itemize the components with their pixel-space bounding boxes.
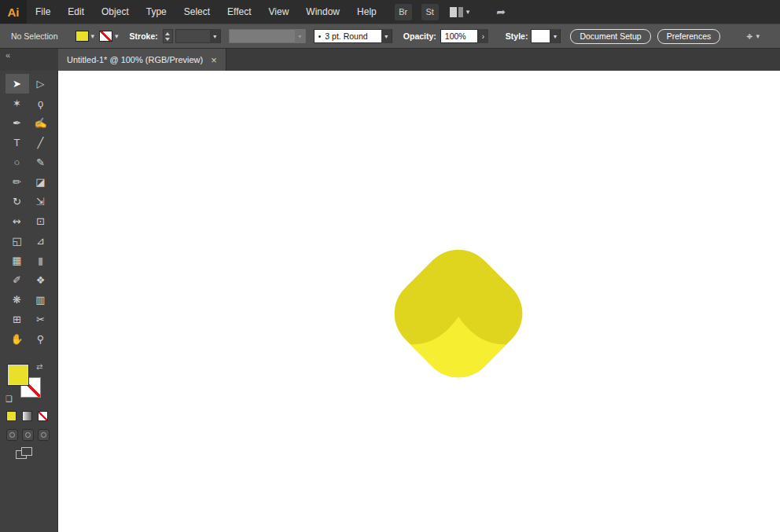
align-options-button[interactable]: ⌖ ▾ [747, 30, 760, 43]
chevron-down-icon: ▾ [91, 32, 95, 40]
selection-tool[interactable]: ➤ [6, 74, 29, 94]
stepper-up-icon [165, 32, 170, 35]
bridge-icon[interactable]: Br [395, 4, 412, 20]
artboard-canvas[interactable] [58, 71, 780, 532]
chevron-down-icon: ▾ [381, 29, 392, 43]
chevron-down-icon: ▾ [295, 29, 305, 43]
style-label: Style: [506, 31, 528, 41]
document-setup-button[interactable]: Document Setup [570, 29, 650, 44]
default-fill-stroke-icon[interactable]: ❑ [6, 394, 13, 403]
draw-normal-button[interactable] [6, 429, 18, 441]
paintbrush-tool[interactable]: ✎ [29, 152, 53, 172]
preferences-button[interactable]: Preferences [657, 29, 721, 44]
stroke-weight-select[interactable]: ▾ [175, 29, 221, 43]
chevron-down-icon: ▾ [466, 8, 470, 16]
illustrator-window: Ai File Edit Object Type Select Effect V… [0, 0, 780, 532]
color-mode-button[interactable] [6, 411, 17, 421]
gradient-tool[interactable]: ▮ [29, 251, 53, 270]
column-graph-tool[interactable]: ▥ [29, 290, 53, 310]
opacity-input[interactable]: 100% [440, 29, 478, 43]
menu-view[interactable]: View [260, 0, 298, 24]
variable-width-profile-select[interactable]: • 3 pt. Round ▾ [314, 29, 392, 43]
main-area: ➤ ▷ ✶ ϙ ✒ ✍ T ╱ ○ ✎ ✏ ◪ ↻ ⇲ ↭ ⊡ ◱ ⊿ ▦ ▮ [0, 71, 780, 532]
free-transform-tool[interactable]: ⊡ [29, 211, 53, 231]
control-bar: No Selection ▾ ▾ Stroke: ▾ ▾ • 3 pt. Rou… [0, 24, 780, 49]
app-logo: Ai [0, 0, 27, 24]
collapse-panel-button[interactable]: « [0, 49, 58, 71]
brush-definition-select[interactable]: ▾ [229, 29, 306, 43]
arrange-documents-icon [450, 7, 463, 17]
type-tool[interactable]: T [6, 133, 29, 152]
curvature-tool[interactable]: ✍ [29, 113, 53, 133]
gradient-mode-button[interactable] [22, 411, 32, 421]
chevron-down-icon: ▾ [756, 32, 760, 40]
document-tab-bar: « Untitled-1* @ 100% (RGB/Preview) × [0, 49, 780, 71]
variable-width-profile-value: 3 pt. Round [321, 31, 381, 41]
draw-behind-icon [25, 432, 31, 438]
menu-select[interactable]: Select [175, 0, 219, 24]
fill-color-proxy[interactable] [8, 365, 28, 385]
swap-fill-stroke-icon[interactable]: ⇄ [36, 362, 42, 371]
chevron-down-icon: ▾ [210, 29, 220, 43]
pen-tool[interactable]: ✒ [6, 113, 29, 133]
opacity-panel-arrow[interactable]: › [478, 29, 488, 43]
draw-inside-button[interactable] [38, 429, 50, 441]
draw-normal-icon [9, 432, 15, 438]
arrange-documents-button[interactable]: ▾ [450, 7, 470, 17]
selection-status: No Selection [11, 31, 58, 41]
document-tab-title: Untitled-1* @ 100% (RGB/Preview) [67, 55, 203, 64]
screen-mode-button[interactable] [16, 447, 35, 461]
share-icon[interactable]: ➦ [496, 6, 506, 18]
line-segment-tool[interactable]: ╱ [29, 133, 53, 152]
document-tab[interactable]: Untitled-1* @ 100% (RGB/Preview) × [58, 49, 226, 71]
chevron-down-icon: ▾ [115, 32, 119, 40]
none-mode-button[interactable] [38, 411, 48, 421]
menu-file[interactable]: File [27, 0, 59, 24]
scale-tool[interactable]: ⇲ [29, 192, 53, 211]
eraser-tool[interactable]: ◪ [29, 172, 53, 192]
shape-builder-tool[interactable]: ◱ [6, 231, 29, 251]
blend-tool[interactable]: ❖ [29, 270, 53, 290]
menu-window[interactable]: Window [297, 0, 348, 24]
draw-behind-button[interactable] [22, 429, 34, 441]
mesh-tool[interactable]: ▦ [6, 251, 29, 270]
direct-selection-tool[interactable]: ▷ [29, 74, 53, 94]
chevron-right-icon: › [482, 32, 484, 41]
slice-tool[interactable]: ✂ [29, 310, 53, 329]
zoom-tool[interactable]: ⚲ [29, 329, 53, 349]
align-icon: ⌖ [747, 30, 753, 43]
ellipse-tool[interactable]: ○ [6, 152, 29, 172]
chevron-down-icon: ▾ [550, 29, 560, 43]
fill-swatch [75, 31, 89, 42]
opacity-label: Opacity: [403, 31, 436, 41]
close-icon[interactable]: × [211, 55, 217, 65]
stroke-color-picker[interactable]: ▾ [99, 29, 119, 43]
stroke-weight-stepper[interactable] [163, 29, 173, 43]
stepper-down-icon [165, 38, 170, 41]
fill-color-picker[interactable]: ▾ [75, 29, 95, 43]
menu-effect[interactable]: Effect [219, 0, 259, 24]
width-tool[interactable]: ↭ [6, 211, 29, 231]
menu-type[interactable]: Type [138, 0, 175, 24]
hand-tool[interactable]: ✋ [6, 329, 29, 349]
stroke-none-swatch [99, 31, 112, 42]
magic-wand-tool[interactable]: ✶ [6, 94, 29, 113]
rotate-tool[interactable]: ↻ [6, 192, 29, 211]
menu-object[interactable]: Object [93, 0, 138, 24]
eyedropper-tool[interactable]: ✐ [6, 270, 29, 290]
pencil-tool[interactable]: ✏ [6, 172, 29, 192]
screen-mode-icon [21, 447, 32, 456]
menu-edit[interactable]: Edit [59, 0, 93, 24]
stock-icon[interactable]: St [421, 4, 439, 20]
tools-grid: ➤ ▷ ✶ ϙ ✒ ✍ T ╱ ○ ✎ ✏ ◪ ↻ ⇲ ↭ ⊡ ◱ ⊿ ▦ ▮ [0, 71, 57, 349]
symbol-sprayer-tool[interactable]: ❋ [6, 290, 29, 310]
graphic-style-select[interactable]: ▾ [531, 29, 561, 43]
menu-help[interactable]: Help [348, 0, 385, 24]
artboard-tool[interactable]: ⊞ [6, 310, 29, 329]
lasso-tool[interactable]: ϙ [29, 94, 53, 113]
stroke-label: Stroke: [130, 31, 158, 41]
perspective-grid-tool[interactable]: ⊿ [29, 231, 53, 251]
menu-bar: Ai File Edit Object Type Select Effect V… [0, 0, 780, 24]
artwork-layer [58, 71, 780, 532]
opacity-value: 100% [445, 31, 466, 41]
